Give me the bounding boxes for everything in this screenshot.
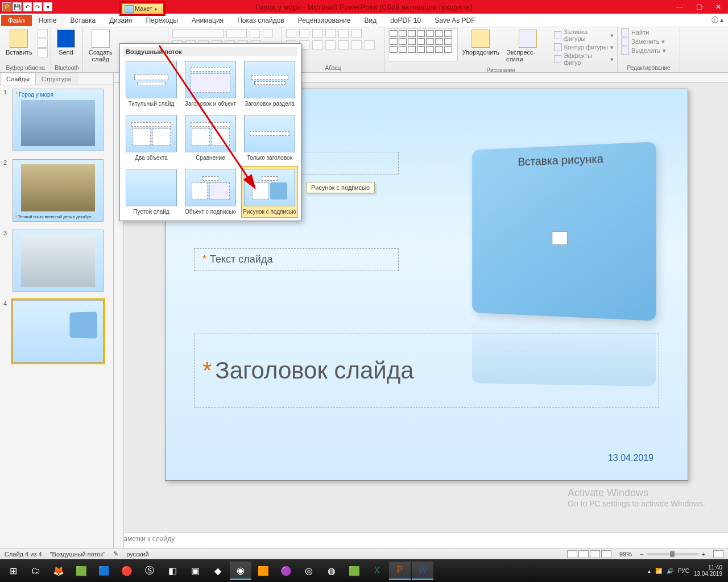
columns-icon[interactable] (338, 40, 349, 49)
reading-view-button[interactable] (590, 550, 600, 558)
tab-transitions[interactable]: Переходы (139, 15, 184, 26)
shape-fill-button[interactable]: Заливка фигуры ▾ (554, 28, 614, 42)
layout-button[interactable]: Макет (122, 3, 163, 14)
layout-title-only[interactable]: Только заголовок (242, 113, 297, 163)
tab-review[interactable]: Рецензирование (291, 15, 358, 26)
status-language[interactable]: русский (126, 551, 148, 558)
tab-file[interactable]: Файл (1, 15, 32, 26)
numbering-icon[interactable] (299, 29, 309, 38)
thumbnail-2[interactable]: Теплый почти весенний день в декабре (13, 159, 104, 222)
title-placeholder[interactable]: *Заголовок слайда (194, 334, 659, 408)
arrange-button[interactable]: Упорядочить (460, 28, 502, 57)
undo-icon[interactable]: ↶ (23, 2, 32, 11)
taskbar-skype-icon[interactable]: Ⓢ (139, 562, 160, 580)
taskbar-app-icon[interactable]: 🟩 (71, 562, 92, 580)
smartart-icon[interactable] (365, 40, 375, 49)
shapes-gallery[interactable] (388, 28, 458, 61)
grow-font-icon[interactable] (250, 29, 260, 38)
font-family-combo[interactable] (172, 29, 224, 38)
status-spellcheck-icon[interactable]: ✎ (113, 550, 118, 558)
tray-chevron-icon[interactable]: ▴ (648, 568, 651, 574)
start-button[interactable]: ⊞ (2, 562, 24, 580)
tab-animation[interactable]: Анимация (185, 15, 230, 26)
taskbar-app-icon[interactable]: 🟦 (93, 562, 115, 580)
taskbar-word-icon[interactable]: W (412, 562, 433, 580)
layout-comparison[interactable]: Сравнение (183, 113, 238, 163)
taskbar-app-icon[interactable]: ◧ (162, 562, 183, 580)
justify-icon[interactable] (325, 40, 336, 49)
bullets-icon[interactable] (286, 29, 296, 38)
panel-tab-outline[interactable]: Структура (35, 73, 77, 85)
layout-two-content[interactable]: Два объекта (123, 113, 179, 163)
taskbar-app-icon[interactable]: 🟩 (344, 562, 365, 580)
tab-slideshow[interactable]: Показ слайдов (230, 15, 291, 26)
layout-section-header[interactable]: Заголовок раздела (242, 59, 297, 109)
taskbar-excel-icon[interactable]: X (366, 562, 388, 580)
bluetooth-send-button[interactable]: Send (55, 28, 77, 57)
redo-icon[interactable]: ↷ (33, 2, 42, 11)
taskbar-powerpoint-icon[interactable]: P (389, 562, 411, 580)
taskbar-viber-icon[interactable]: 🟣 (275, 562, 297, 580)
line-spacing-icon[interactable] (338, 29, 349, 38)
taskbar-app-icon[interactable]: ▣ (184, 562, 206, 580)
taskbar-opera-icon[interactable]: 🔴 (116, 562, 138, 580)
tray-language[interactable]: РУС (678, 568, 689, 574)
taskbar-app-icon[interactable]: 🟧 (253, 562, 274, 580)
slideshow-view-button[interactable] (601, 550, 611, 558)
find-button[interactable]: Найти (621, 28, 666, 36)
tab-insert[interactable]: Вставка (64, 15, 103, 26)
font-size-combo[interactable] (226, 29, 247, 38)
sorter-view-button[interactable] (578, 550, 589, 558)
picture-placeholder[interactable]: Вставка рисунка (472, 142, 656, 321)
minimize-button[interactable]: — (670, 0, 689, 14)
layout-content-caption[interactable]: Объект с подписью (183, 167, 238, 217)
shrink-font-icon[interactable] (263, 29, 273, 38)
system-tray[interactable]: ▴ 📶 🔊 РУС 11:40 13.04.2019 (648, 564, 726, 577)
taskbar-app-icon[interactable]: ◆ (207, 562, 229, 580)
taskbar-explorer-icon[interactable]: 🗂 (25, 562, 47, 580)
zoom-level[interactable]: 99% (619, 551, 632, 558)
taskbar-app-icon[interactable]: ◎ (298, 562, 320, 580)
panel-tab-slides[interactable]: Слайды (0, 73, 36, 85)
layout-title-slide[interactable]: Титульный слайд (123, 59, 179, 109)
copy-icon[interactable] (38, 39, 48, 48)
qat-more-icon[interactable]: ▾ (43, 2, 52, 11)
close-button[interactable]: ✕ (709, 0, 728, 14)
thumbnail-3[interactable] (13, 230, 104, 292)
taskbar-firefox-icon[interactable]: 🦊 (48, 562, 69, 580)
tab-design[interactable]: Дизайн (102, 15, 139, 26)
tray-network-icon[interactable]: 📶 (655, 568, 662, 574)
paste-button[interactable]: Вставить (3, 28, 35, 57)
cut-icon[interactable] (38, 29, 48, 38)
tray-volume-icon[interactable]: 🔊 (667, 568, 673, 574)
tray-clock[interactable]: 11:40 13.04.2019 (694, 564, 722, 577)
text-placeholder[interactable]: *Текст слайда (194, 248, 399, 271)
replace-button[interactable]: Заменить ▾ (621, 38, 666, 45)
taskbar-chrome-icon[interactable]: ◉ (230, 562, 251, 580)
shape-effects-button[interactable]: Эффекты фигур ▾ (554, 52, 614, 66)
align-right-icon[interactable] (312, 40, 322, 49)
fit-to-window-button[interactable] (713, 550, 723, 558)
format-painter-icon[interactable] (38, 48, 48, 57)
normal-view-button[interactable] (567, 550, 577, 558)
new-slide-button[interactable]: Создать слайд (86, 28, 115, 64)
layout-picture-caption[interactable]: Рисунок с подписью (242, 167, 297, 217)
tab-view[interactable]: Вид (357, 15, 383, 26)
indent-inc-icon[interactable] (325, 29, 336, 38)
layout-title-content[interactable]: Заголовок и объект (183, 59, 238, 109)
text-direction-icon[interactable] (351, 29, 362, 38)
taskbar-app-icon[interactable]: ◍ (321, 562, 342, 580)
layout-blank[interactable]: Пустой слайд (123, 167, 179, 217)
help-icon[interactable]: ⓘ ▴ (712, 15, 723, 25)
select-button[interactable]: Выделить ▾ (621, 47, 666, 55)
thumbnail-1[interactable]: Город у моря (13, 89, 104, 151)
thumbnails-list[interactable]: 1 Город у моря 2 Теплый почти весенний д… (0, 85, 113, 548)
tab-dopdf[interactable]: doPDF 10 (383, 15, 428, 26)
notes-pane[interactable]: Заметки к слайду (114, 532, 728, 548)
save-icon[interactable]: 💾 (13, 2, 22, 11)
zoom-slider[interactable]: −+ (640, 551, 705, 558)
tab-saveaspdf[interactable]: Save As PDF (428, 15, 482, 26)
indent-dec-icon[interactable] (312, 29, 322, 38)
align-text-icon[interactable] (351, 40, 362, 49)
thumbnail-4[interactable] (13, 300, 104, 363)
